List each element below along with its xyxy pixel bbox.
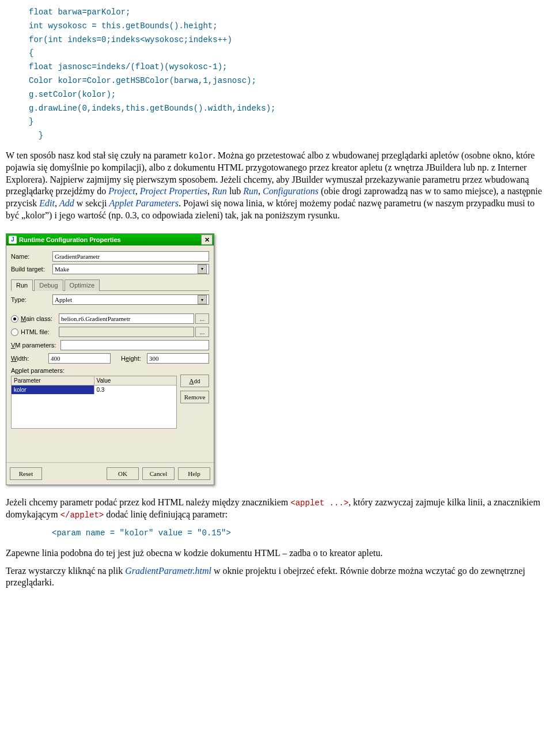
cancel-button[interactable]: Cancel — [142, 467, 175, 480]
dialog-titlebar[interactable]: J Runtime Configuration Properties ✕ — [6, 234, 214, 245]
menu-ref: Project Properties — [140, 186, 207, 196]
code-line: for(int indeks=0;indeks<wysokosc;indeks+… — [29, 35, 232, 44]
html-file-radio[interactable] — [11, 328, 18, 336]
code-line: { — [29, 48, 33, 58]
param-value-cell[interactable]: 0.3 — [94, 385, 177, 394]
inline-code: <applet ...> — [290, 498, 349, 508]
name-label: Name: — [11, 252, 52, 260]
tab-debug[interactable]: Debug — [34, 279, 63, 291]
paragraph-3: Zapewne linia podobna do tej jest już ob… — [6, 547, 547, 560]
inline-code: </applet> — [60, 511, 104, 520]
inline-code: kolor — [189, 152, 213, 161]
remove-button[interactable]: Remove — [180, 391, 209, 403]
code-line: Color kolor=Color.getHSBColor(barwa,1,ja… — [29, 76, 256, 85]
name-input[interactable]: GradientParametr — [52, 251, 209, 262]
menu-ref: Project — [108, 186, 135, 196]
paragraph-2: Jeżeli chcemy parametr podać przez kod H… — [6, 497, 547, 521]
width-label: Width: — [11, 354, 48, 362]
jbuilder-icon: J — [9, 236, 17, 244]
runtime-config-dialog: J Runtime Configuration Properties ✕ Nam… — [6, 233, 214, 486]
code-block-2: <param name = "kolor" value = "0.15"> — [52, 527, 547, 540]
close-button[interactable]: ✕ — [201, 235, 213, 245]
menu-ref: Run — [243, 186, 258, 196]
tabs: Run Debug Optimize — [11, 279, 209, 291]
main-class-label: Main class: — [21, 315, 59, 323]
code-line: } — [29, 117, 33, 126]
applet-params-label: Applet parameters: — [11, 366, 209, 375]
paragraph-1: W ten sposób nasz kod stał się czuły na … — [6, 150, 547, 222]
dialog-title: Runtime Configuration Properties — [19, 236, 201, 244]
table-row[interactable]: kolor 0.3 — [12, 385, 176, 394]
menu-ref: Edit — [39, 198, 55, 208]
browse-main-class-button[interactable]: ... — [195, 313, 209, 324]
applet-params-table[interactable]: Parameter Value kolor 0.3 — [11, 376, 177, 429]
param-name-cell[interactable]: kolor — [12, 385, 94, 394]
chevron-down-icon: ▾ — [198, 264, 207, 274]
ok-button[interactable]: OK — [107, 467, 139, 480]
tab-run[interactable]: Run — [11, 279, 33, 291]
file-ref: GradientParametr.html — [125, 566, 211, 576]
menu-ref: Applet Parameters — [109, 198, 179, 208]
height-input[interactable]: 300 — [147, 353, 209, 364]
chevron-down-icon: ▾ — [198, 295, 207, 304]
type-label: Type: — [11, 296, 52, 304]
code-line: g.drawLine(0,indeks,this.getBounds().wid… — [29, 104, 275, 113]
code-line: g.setColor(kolor); — [29, 90, 116, 99]
paragraph-4: Teraz wystarczy kliknąć na plik Gradient… — [6, 565, 547, 589]
tab-optimize[interactable]: Optimize — [65, 279, 100, 291]
param-header: Parameter — [12, 376, 94, 385]
main-class-radio[interactable] — [11, 315, 18, 323]
vm-params-input[interactable] — [60, 340, 209, 350]
height-label: Height: — [121, 354, 147, 362]
vm-params-label: VM parameters: — [11, 341, 60, 349]
menu-ref: Add — [59, 198, 74, 208]
menu-ref: Run — [212, 186, 227, 196]
add-button[interactable]: Add — [180, 375, 209, 387]
width-input[interactable]: 400 — [48, 353, 111, 364]
help-button[interactable]: Help — [178, 467, 210, 480]
code-line: float barwa=parKolor; — [29, 7, 130, 17]
code-line: int wysokosc = this.getBounds().height; — [29, 21, 218, 31]
main-class-input[interactable]: helion.r6.GradientParametr — [59, 313, 194, 324]
browse-html-button[interactable]: ... — [195, 327, 209, 337]
reset-button[interactable]: Reset — [10, 467, 42, 480]
html-file-input — [59, 327, 194, 337]
code-line: <param name = "kolor" value = "0.15"> — [52, 528, 231, 538]
code-block-1: float barwa=parKolor; int wysokosc = thi… — [29, 6, 547, 143]
code-line: float jasnosc=indeks/(float)(wysokosc-1)… — [29, 62, 227, 71]
build-target-select[interactable]: Make ▾ — [52, 264, 209, 274]
code-line: } — [39, 131, 43, 140]
value-header: Value — [94, 376, 177, 385]
html-file-label: HTML file: — [21, 328, 59, 336]
type-select[interactable]: Applet ▾ — [52, 294, 209, 305]
build-target-label: Build target: — [11, 265, 52, 273]
menu-ref: Configurations — [263, 186, 319, 196]
